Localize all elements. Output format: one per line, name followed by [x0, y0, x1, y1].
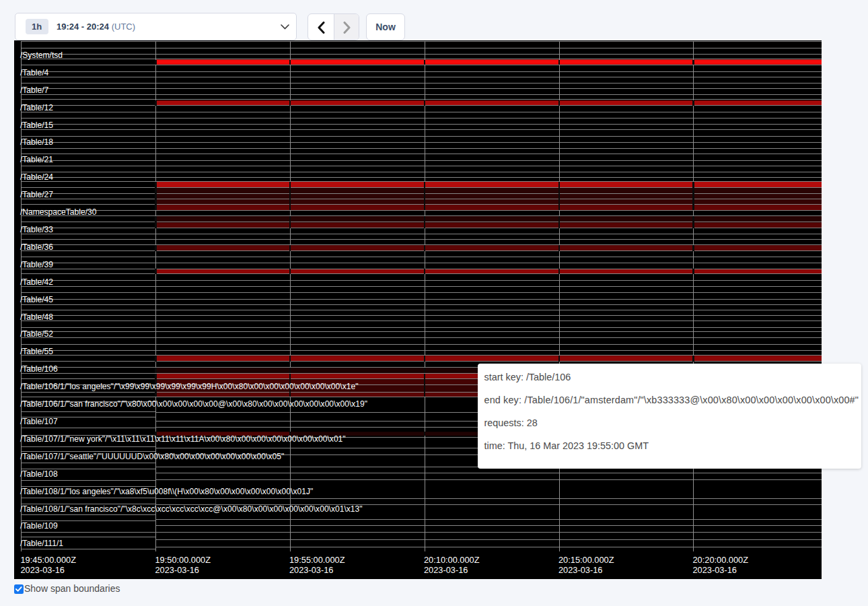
svg-text:/Table/48: /Table/48 — [20, 312, 53, 322]
svg-text:/Table/106: /Table/106 — [20, 364, 58, 374]
svg-text:/Table/108: /Table/108 — [20, 469, 58, 479]
svg-text:/Table/15: /Table/15 — [20, 121, 53, 130]
svg-text:/Table/107/1/"new york"/"\x11\: /Table/107/1/"new york"/"\x11\x11\x11\x1… — [20, 434, 346, 444]
svg-text:2023-03-16: 2023-03-16 — [558, 565, 602, 575]
svg-text:/Table/27: /Table/27 — [20, 190, 53, 199]
svg-text:/Table/21: /Table/21 — [20, 155, 53, 164]
svg-text:/Table/52: /Table/52 — [20, 329, 53, 339]
svg-text:/Table/106/1/"los angeles"/"\x: /Table/106/1/"los angeles"/"\x99\x99\x99… — [20, 382, 359, 391]
svg-text:/Table/42: /Table/42 — [20, 277, 53, 287]
svg-text:/Table/108/1/"los angeles"/"\x: /Table/108/1/"los angeles"/"\xa8\xf5\u00… — [20, 487, 313, 496]
svg-text:/Table/111/1: /Table/111/1 — [20, 539, 63, 548]
svg-text:/Table/107: /Table/107 — [20, 417, 58, 426]
svg-text:2023-03-16: 2023-03-16 — [693, 565, 737, 575]
svg-text:/Table/106/1/"san francisco"/": /Table/106/1/"san francisco"/"\x80\x00\x… — [20, 399, 367, 409]
svg-text:20:20:00.000Z: 20:20:00.000Z — [693, 555, 749, 565]
svg-text:20:10:00.000Z: 20:10:00.000Z — [424, 555, 480, 565]
svg-text:19:50:00.000Z: 19:50:00.000Z — [155, 555, 211, 565]
svg-text:19:45:00.000Z: 19:45:00.000Z — [21, 555, 77, 565]
svg-text:/Table/24: /Table/24 — [20, 172, 53, 182]
svg-text:19:55:00.000Z: 19:55:00.000Z — [289, 555, 345, 565]
svg-text:/Table/18: /Table/18 — [20, 137, 53, 147]
svg-text:/Table/109: /Table/109 — [20, 521, 58, 531]
svg-text:/NamespaceTable/30: /NamespaceTable/30 — [20, 207, 97, 217]
svg-text:/Table/4: /Table/4 — [20, 68, 49, 77]
svg-text:/Table/107/1/"seattle"/"UUUUUU: /Table/107/1/"seattle"/"UUUUUUD\x00\x80\… — [20, 452, 284, 461]
svg-text:2023-03-16: 2023-03-16 — [21, 565, 65, 575]
svg-text:/Table/108/1/"san francisco"/": /Table/108/1/"san francisco"/"\x8c\xcc\x… — [20, 504, 363, 514]
svg-text:/System/tsd: /System/tsd — [20, 50, 63, 60]
svg-text:/Table/45: /Table/45 — [20, 295, 53, 304]
svg-text:2023-03-16: 2023-03-16 — [155, 565, 199, 575]
svg-text:20:15:00.000Z: 20:15:00.000Z — [558, 555, 614, 565]
svg-text:/Table/33: /Table/33 — [20, 225, 53, 234]
svg-text:2023-03-16: 2023-03-16 — [289, 565, 333, 575]
svg-text:/Table/55: /Table/55 — [20, 347, 53, 356]
svg-text:2023-03-16: 2023-03-16 — [424, 565, 468, 575]
svg-text:/Table/39: /Table/39 — [20, 260, 53, 269]
svg-text:/Table/7: /Table/7 — [20, 86, 49, 95]
svg-text:/Table/12: /Table/12 — [20, 103, 53, 112]
svg-text:/Table/36: /Table/36 — [20, 242, 53, 252]
